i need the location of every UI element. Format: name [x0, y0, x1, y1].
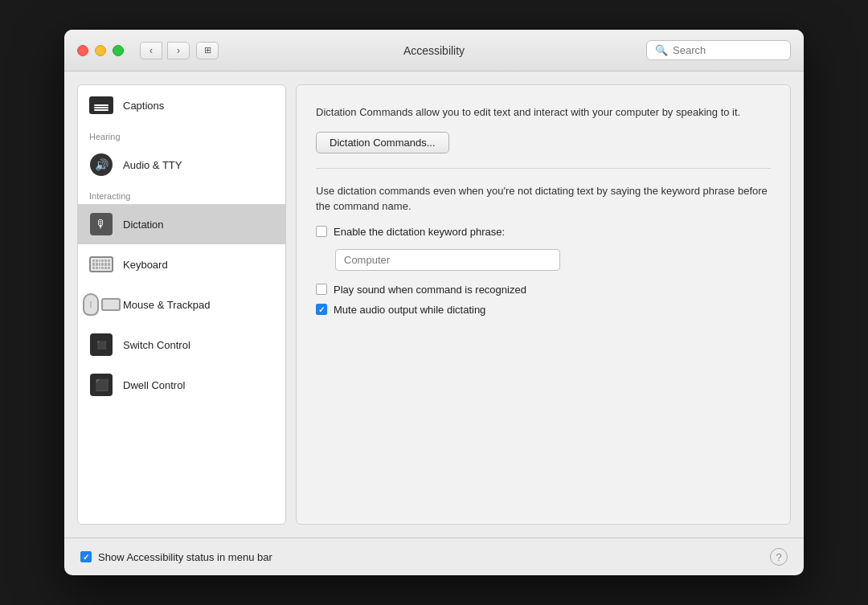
keyword-checkbox[interactable] — [316, 226, 327, 237]
sidebar-item-mouse-label: Mouse & Trackpad — [123, 299, 210, 311]
sidebar-item-mouse-trackpad[interactable]: Mouse & Trackpad — [78, 284, 285, 325]
play-sound-label: Play sound when command is recognized — [334, 284, 526, 296]
forward-button[interactable]: › — [167, 42, 190, 59]
help-button[interactable]: ? — [770, 548, 788, 566]
switch-control-icon — [89, 333, 113, 357]
window-title: Accessibility — [403, 44, 465, 57]
sidebar-section-hearing: Hearing — [78, 125, 285, 145]
content-area: Captions Hearing 🔊 Audio & TTY Interacti… — [64, 72, 804, 538]
captions-icon — [89, 93, 113, 117]
main-window: ‹ › ⊞ Accessibility 🔍 Captions Hearing — [64, 30, 804, 575]
maximize-button[interactable] — [113, 45, 124, 56]
play-sound-checkbox[interactable] — [316, 284, 327, 295]
sidebar-item-dwell-control[interactable]: ⬛ Dwell Control — [78, 365, 285, 405]
play-sound-checkbox-row: Play sound when command is recognized — [316, 284, 771, 296]
sidebar-item-switch-control[interactable]: Switch Control — [78, 325, 285, 365]
dictation-commands-section: Dictation Commands allow you to edit tex… — [316, 104, 771, 169]
mute-audio-checkbox[interactable] — [316, 304, 327, 315]
dictation-commands-button[interactable]: Dictation Commands... — [316, 132, 449, 153]
main-panel: Dictation Commands allow you to edit tex… — [296, 84, 791, 525]
keyword-section: Use dictation commands even when you're … — [316, 183, 771, 338]
keyword-checkbox-label: Enable the dictation keyword phrase: — [334, 226, 505, 238]
show-accessibility-label: Show Accessibility status in menu bar — [98, 551, 272, 563]
dwell-control-icon: ⬛ — [89, 373, 113, 397]
mute-audio-label: Mute audio output while dictating — [334, 304, 485, 316]
traffic-lights — [77, 45, 124, 56]
close-button[interactable] — [77, 45, 88, 56]
mute-audio-checkbox-row: Mute audio output while dictating — [316, 304, 771, 316]
sidebar: Captions Hearing 🔊 Audio & TTY Interacti… — [77, 84, 286, 525]
search-box[interactable]: 🔍 — [646, 40, 791, 60]
audio-tty-icon: 🔊 — [89, 153, 113, 177]
nav-buttons: ‹ › — [140, 42, 190, 59]
grid-button[interactable]: ⊞ — [196, 42, 219, 59]
sidebar-item-audio-tty[interactable]: 🔊 Audio & TTY — [78, 145, 285, 185]
sidebar-section-interacting: Interacting — [78, 185, 285, 204]
sidebar-item-switch-label: Switch Control — [123, 339, 190, 351]
back-button[interactable]: ‹ — [140, 42, 162, 59]
dictation-description: Dictation Commands allow you to edit tex… — [316, 104, 771, 121]
dictation-icon: 🎙 — [89, 212, 113, 236]
minimize-button[interactable] — [95, 45, 106, 56]
keyword-input[interactable] — [335, 249, 560, 271]
titlebar: ‹ › ⊞ Accessibility 🔍 — [64, 30, 804, 72]
sidebar-item-dictation[interactable]: 🎙 Dictation — [78, 204, 285, 244]
search-input[interactable] — [673, 44, 782, 56]
use-description: Use dictation commands even when you're … — [316, 183, 771, 215]
sidebar-item-captions[interactable]: Captions — [78, 85, 285, 125]
sidebar-item-dwell-label: Dwell Control — [123, 379, 185, 391]
mouse-trackpad-icon — [89, 292, 113, 317]
sidebar-item-dictation-label: Dictation — [123, 219, 164, 231]
sidebar-item-audio-label: Audio & TTY — [123, 159, 182, 171]
sidebar-item-captions-label: Captions — [123, 100, 164, 112]
show-accessibility-checkbox[interactable] — [80, 551, 92, 562]
sidebar-item-keyboard-label: Keyboard — [123, 259, 168, 271]
keyboard-icon — [89, 252, 113, 276]
search-icon: 🔍 — [655, 44, 668, 56]
show-accessibility-row: Show Accessibility status in menu bar — [80, 551, 272, 563]
sidebar-item-keyboard[interactable]: Keyboard — [78, 244, 285, 284]
bottom-bar: Show Accessibility status in menu bar ? — [64, 538, 804, 575]
keyword-checkbox-row: Enable the dictation keyword phrase: — [316, 226, 771, 238]
